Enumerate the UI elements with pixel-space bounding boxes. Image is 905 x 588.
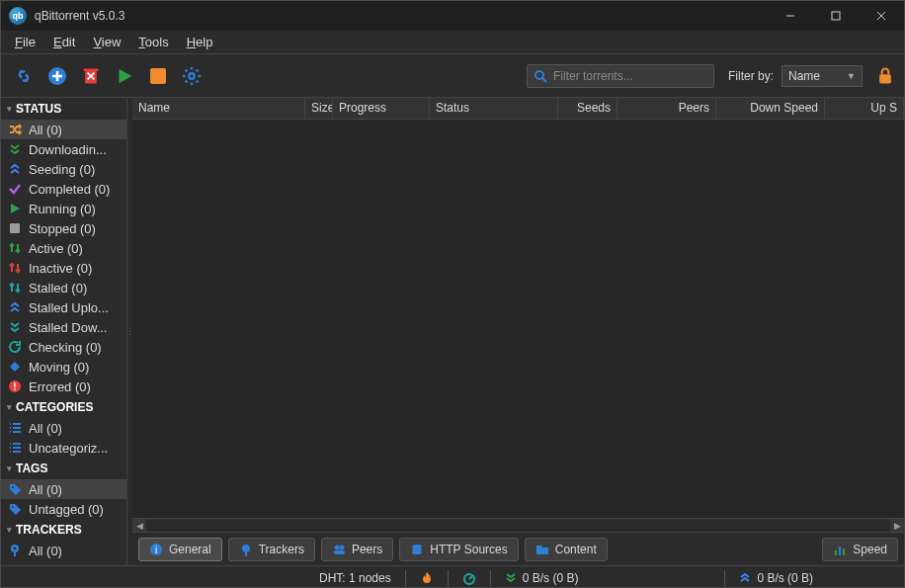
col-size[interactable]: Size	[305, 98, 333, 119]
upload-speed[interactable]: 0 B/s (0 B)	[739, 571, 813, 585]
lock-button[interactable]	[874, 65, 896, 87]
sidebar-item-label: All (0)	[29, 123, 62, 137]
window-title: qBittorrent v5.0.3	[35, 9, 124, 23]
col-progress[interactable]: Progress	[333, 98, 430, 119]
updown-icon	[7, 260, 23, 276]
search-input[interactable]	[553, 69, 707, 83]
sidebar-item[interactable]: Seeding (0)	[1, 159, 126, 179]
dht-status[interactable]: DHT: 1 nodes	[319, 571, 391, 585]
svg-point-18	[14, 547, 17, 550]
sidebar-item[interactable]: Running (0)	[1, 199, 126, 218]
section-header-status_header[interactable]: STATUS	[1, 98, 126, 120]
sidebar-item-label: Stalled Uplo...	[29, 300, 109, 315]
sidebar-item[interactable]: All (0)	[1, 479, 126, 499]
col-downspeed[interactable]: Down Speed	[716, 98, 825, 119]
download-speed[interactable]: 0 B/s (0 B)	[505, 571, 579, 585]
double-up-icon	[7, 161, 23, 177]
play-icon	[7, 201, 23, 216]
svg-rect-5	[85, 71, 97, 84]
sidebar-item[interactable]: Active (0)	[1, 238, 126, 258]
menu-tools[interactable]: Tools	[130, 33, 176, 51]
sidebar-item[interactable]: Uncategoriz...	[1, 438, 126, 458]
sidebar-item[interactable]: Stalled (0)	[1, 278, 126, 297]
tab-http-sources[interactable]: HTTP Sources	[399, 538, 518, 561]
tab-content[interactable]: Content	[525, 538, 608, 561]
chevron-down-icon: ▼	[847, 71, 856, 81]
sidebar-item[interactable]: All (0)	[1, 120, 126, 139]
filter-search-box[interactable]	[527, 64, 714, 88]
svg-rect-29	[839, 546, 841, 555]
firewall-status[interactable]	[420, 571, 434, 585]
pause-button[interactable]	[143, 61, 173, 91]
speedometer-icon	[462, 571, 476, 585]
svg-rect-24	[334, 550, 345, 554]
tab-peers[interactable]: Peers	[321, 538, 393, 561]
sidebar-item-label: Moving (0)	[29, 360, 89, 375]
alt-speed-status[interactable]	[462, 571, 476, 585]
sidebar-item-label: Untagged (0)	[29, 502, 104, 517]
body: STATUSAll (0)Downloadin...Seeding (0)Com…	[1, 98, 904, 565]
sidebar-item[interactable]: Inactive (0)	[1, 258, 126, 278]
tab-trackers[interactable]: Trackers	[228, 538, 315, 561]
maximize-button[interactable]	[813, 1, 859, 31]
svg-point-15	[12, 486, 14, 488]
tag-icon	[7, 501, 23, 517]
toolbar: Filter by: Name ▼	[1, 54, 904, 98]
list-icon	[7, 420, 23, 436]
menu-view[interactable]: View	[85, 33, 128, 51]
col-seeds[interactable]: Seeds	[558, 98, 617, 119]
sidebar-item-label: Checking (0)	[29, 340, 102, 355]
tab-speed[interactable]: Speed	[822, 538, 898, 561]
add-torrent-button[interactable]	[42, 61, 72, 91]
tab-general[interactable]: i General	[138, 538, 222, 561]
info-icon: i	[149, 543, 163, 556]
filter-select[interactable]: Name ▼	[782, 65, 863, 87]
sidebar-item[interactable]: Completed (0)	[1, 179, 126, 199]
svg-rect-28	[835, 550, 837, 555]
tab-label: Speed	[853, 543, 887, 556]
section-header-trackers_header[interactable]: TRACKERS	[1, 519, 126, 541]
svg-text:!: !	[13, 381, 16, 392]
sidebar-item-label: Stalled (0)	[29, 281, 87, 295]
col-name[interactable]: Name	[132, 98, 305, 119]
svg-point-22	[334, 545, 339, 549]
col-peers[interactable]: Peers	[617, 98, 716, 119]
scroll-left-arrow[interactable]: ◀	[132, 519, 146, 533]
sidebar-item[interactable]: All (0)	[1, 418, 126, 438]
menu-edit[interactable]: Edit	[45, 33, 83, 51]
sidebar-item[interactable]: Downloadin...	[1, 139, 126, 159]
grid-body[interactable]	[132, 120, 904, 518]
tab-label: Peers	[352, 543, 382, 556]
section-header-tags_header[interactable]: TAGS	[1, 458, 126, 479]
menu-help[interactable]: Help	[179, 33, 221, 51]
sidebar-item[interactable]: Moving (0)	[1, 357, 126, 377]
sidebar-item[interactable]: Stalled Dow...	[1, 317, 126, 337]
add-link-button[interactable]	[9, 61, 39, 91]
sidebar-item[interactable]: Stalled Uplo...	[1, 297, 126, 317]
svg-point-27	[412, 550, 422, 554]
horizontal-scrollbar[interactable]: ◀ ▶	[132, 518, 904, 532]
start-button[interactable]	[110, 61, 139, 91]
sidebar-item-label: Completed (0)	[29, 182, 110, 197]
col-status[interactable]: Status	[430, 98, 558, 119]
section-header-categories_header[interactable]: CATEGORIES	[1, 396, 126, 418]
pin-icon	[239, 543, 253, 556]
menu-file[interactable]: File	[7, 33, 43, 51]
scroll-right-arrow[interactable]: ▶	[890, 519, 904, 533]
col-upspeed[interactable]: Up S	[825, 98, 904, 119]
minimize-button[interactable]	[768, 1, 813, 31]
peers-icon	[332, 543, 346, 556]
settings-button[interactable]	[177, 61, 206, 91]
double-down-icon	[7, 319, 23, 335]
sidebar-item-label: Active (0)	[29, 241, 83, 256]
double-up-icon	[7, 299, 23, 315]
close-button[interactable]	[859, 1, 904, 31]
delete-button[interactable]	[76, 61, 106, 91]
sidebar-item[interactable]: !Errored (0)	[1, 377, 126, 396]
filter-by-label: Filter by:	[718, 69, 778, 83]
sidebar-item[interactable]: Checking (0)	[1, 337, 126, 357]
sidebar-item[interactable]: Untagged (0)	[1, 499, 126, 519]
sidebar-item[interactable]: All (0)	[1, 541, 126, 560]
chart-icon	[833, 543, 847, 556]
sidebar-item[interactable]: Stopped (0)	[1, 218, 126, 238]
